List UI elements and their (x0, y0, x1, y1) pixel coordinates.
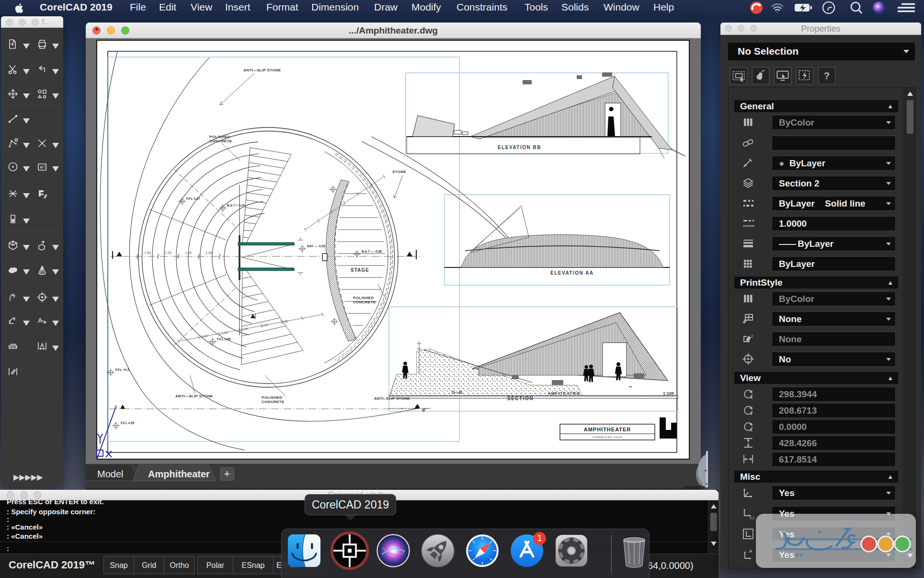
svg-text:ELEVATION BB: ELEVATION BB (498, 145, 541, 150)
svg-text:POLISHED: POLISHED (209, 135, 230, 139)
svg-text:A: A (749, 549, 753, 554)
svg-text:CONCRETE: CONCRETE (262, 400, 285, 404)
svg-text:POLISHED: POLISHED (262, 395, 282, 400)
svg-text:A°: A° (40, 165, 45, 170)
svg-text:B: B (423, 407, 425, 412)
svg-text:F.F.L 4.95: F.F.L 4.95 (121, 421, 135, 425)
svg-text:AMPHITHEATER: AMPHITHEATER (584, 427, 631, 432)
svg-text:D—B: D—B (452, 390, 462, 395)
svg-text:ANTI—SLIP STONE: ANTI—SLIP STONE (175, 394, 213, 398)
svg-text:AMFITEATRO: AMFITEATRO (548, 391, 580, 396)
svg-text:STAGE: STAGE (351, 267, 369, 273)
svg-text:Y: Y (750, 412, 753, 416)
svg-text:Z: Z (750, 428, 753, 432)
svg-text:A: A (38, 317, 43, 324)
svg-text:X: X (750, 395, 753, 400)
svg-text:1:100: 1:100 (663, 391, 674, 396)
svg-text:B.A.T — -0.88: B.A.T — -0.88 (362, 250, 382, 253)
svg-text:B.A.T + 5.20: B.A.T + 5.20 (227, 204, 245, 207)
svg-text:F.F.L 4.65: F.F.L 4.65 (217, 337, 231, 341)
svg-text:CONCRETE: CONCRETE (353, 300, 376, 304)
svg-text:A: A (40, 343, 44, 348)
svg-text:1.20: 1.20 (205, 251, 212, 254)
svg-text:F.F.L +0.5: F.F.L +0.5 (115, 368, 129, 371)
svg-text:F.F.L 4.67: F.F.L 4.67 (186, 197, 200, 200)
svg-text:0,0: 0,0 (750, 516, 754, 520)
svg-text:POLISHED: POLISHED (353, 296, 374, 300)
svg-text:?: ? (824, 70, 830, 81)
svg-text:CORELCAD 2019: CORELCAD 2019 (593, 436, 622, 439)
svg-text:STONE: STONE (392, 170, 406, 174)
svg-text:CONCRETE: CONCRETE (209, 139, 232, 143)
svg-text:1.90: 1.90 (144, 251, 151, 254)
svg-text:1.20: 1.20 (165, 251, 171, 254)
svg-text:NAT — -0.50: NAT — -0.50 (307, 244, 325, 248)
svg-text:ELEVATION AA: ELEVATION AA (550, 270, 594, 276)
svg-text:SECTION: SECTION (507, 396, 534, 401)
svg-text:ANTI—SLIP STONE: ANTI—SLIP STONE (243, 68, 281, 72)
svg-text:1.20: 1.20 (185, 251, 192, 254)
svg-text:2: 2 (751, 334, 753, 338)
